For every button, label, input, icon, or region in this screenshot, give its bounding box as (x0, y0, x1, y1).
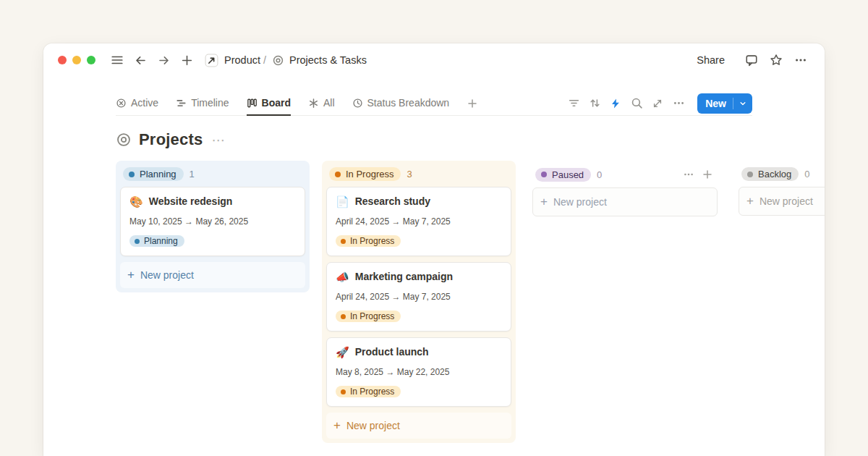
titlebar: Product / Projects & Tasks Share (43, 43, 825, 77)
status-label: Backlog (758, 169, 791, 180)
column-count: 0 (597, 169, 602, 180)
active-icon (116, 98, 127, 109)
column-add-icon[interactable] (700, 167, 715, 182)
column-count: 0 (804, 169, 809, 180)
column-count: 1 (190, 169, 195, 180)
comments-icon[interactable] (742, 51, 761, 69)
page-target-icon (116, 132, 132, 148)
app-window: Product / Projects & Tasks Share Active (43, 43, 825, 456)
back-icon[interactable] (132, 51, 149, 69)
add-view-icon[interactable] (467, 91, 478, 115)
board-column-in-progress: In Progress 3 📄 Research study April 24,… (322, 161, 516, 443)
more-options-icon[interactable] (791, 51, 810, 69)
new-project-button[interactable]: + New project (120, 262, 305, 288)
status-pill-backlog[interactable]: Backlog (741, 167, 799, 181)
status-dot (341, 239, 346, 244)
tab-status-breakdown[interactable]: Status Breakdown (352, 91, 450, 116)
tab-all[interactable]: All (308, 91, 335, 116)
view-more-icon[interactable] (669, 94, 688, 113)
board-icon (247, 98, 258, 109)
card-status-pill: In Progress (336, 311, 401, 322)
card-emoji: 📣 (336, 271, 349, 282)
board-column-planning: Planning 1 🎨 Website redesign May 10, 20… (116, 161, 310, 292)
automation-bolt-icon[interactable] (606, 94, 625, 113)
project-card[interactable]: 🎨 Website redesign May 10, 2025 → May 26… (120, 187, 305, 256)
card-status-pill: Planning (129, 235, 184, 247)
project-card[interactable]: 📣 Marketing campaign April 24, 2025 → Ma… (326, 262, 511, 332)
plus-icon: + (127, 269, 135, 281)
tab-label: Active (131, 97, 158, 109)
project-card[interactable]: 🚀 Product launch May 8, 2025 → May 22, 2… (326, 337, 511, 407)
close-window-button[interactable] (58, 56, 67, 64)
asterisk-icon (308, 98, 319, 109)
plus-icon: + (746, 195, 754, 207)
column-header: Backlog 0 (739, 164, 825, 187)
window-controls (58, 56, 95, 64)
column-header: Planning 1 (120, 164, 305, 187)
status-pill-paused[interactable]: Paused (535, 168, 591, 182)
column-count: 3 (407, 169, 412, 180)
board-column-paused: Paused 0 + New project (528, 161, 722, 221)
new-project-button[interactable]: + New project (532, 187, 718, 216)
share-button[interactable]: Share (697, 54, 725, 66)
card-dates: May 10, 2025 → May 26, 2025 (129, 216, 296, 227)
tab-timeline[interactable]: Timeline (176, 91, 229, 116)
column-header: In Progress 3 (326, 164, 511, 187)
card-title: Research study (355, 195, 430, 207)
status-dot (335, 172, 341, 177)
page-title[interactable]: Projects (139, 130, 203, 149)
card-emoji: 🚀 (336, 347, 349, 358)
chevron-down-icon[interactable] (733, 99, 752, 108)
status-label: Paused (552, 169, 584, 180)
card-dates: April 24, 2025 → May 7, 2025 (336, 216, 502, 227)
tab-label: Timeline (191, 97, 229, 109)
tab-board[interactable]: Board (247, 91, 291, 116)
target-icon (269, 51, 286, 69)
status-dot (135, 239, 140, 244)
card-title: Product launch (355, 346, 429, 358)
page-title-row: Projects ⋯ (116, 130, 825, 149)
status-dot (341, 389, 346, 394)
view-tabbar: Active Timeline Board All (116, 91, 752, 116)
column-more-icon[interactable] (681, 167, 696, 182)
status-dot (129, 172, 135, 177)
filter-icon[interactable] (564, 94, 583, 113)
status-dot (341, 314, 346, 319)
forward-icon[interactable] (155, 51, 172, 69)
expand-icon[interactable] (648, 94, 667, 113)
new-project-button[interactable]: + New project (326, 413, 511, 439)
zoom-window-button[interactable] (87, 56, 95, 64)
project-card[interactable]: 📄 Research study April 24, 2025 → May 7,… (326, 187, 511, 256)
sidebar-toggle-icon[interactable] (109, 51, 126, 69)
breadcrumb-separator: / (263, 54, 266, 66)
card-status-pill: In Progress (336, 386, 401, 397)
new-button-label: New (697, 98, 733, 109)
status-pill-in-progress[interactable]: In Progress (329, 167, 401, 181)
status-pill-planning[interactable]: Planning (123, 167, 184, 181)
search-icon[interactable] (627, 94, 646, 113)
breadcrumb-page[interactable]: Projects & Tasks (289, 54, 367, 66)
card-title: Website redesign (149, 195, 233, 207)
page-title-more-icon[interactable]: ⋯ (211, 132, 226, 148)
card-title: Marketing campaign (355, 271, 453, 282)
kanban-board: Planning 1 🎨 Website redesign May 10, 20… (116, 161, 825, 443)
column-header: Paused 0 (532, 164, 718, 187)
clock-icon (352, 98, 363, 109)
column-tools (681, 167, 715, 182)
status-label: In Progress (346, 169, 393, 180)
sort-icon[interactable] (585, 94, 604, 113)
new-button[interactable]: New (697, 93, 752, 114)
tab-active[interactable]: Active (116, 91, 158, 116)
plus-icon: + (540, 195, 548, 208)
breadcrumb-workspace[interactable]: Product (224, 54, 260, 66)
card-status-pill: In Progress (336, 235, 401, 247)
minimize-window-button[interactable] (72, 56, 81, 64)
tab-label: Status Breakdown (367, 97, 450, 109)
plus-icon: + (333, 419, 341, 431)
card-emoji: 📄 (336, 196, 349, 207)
notion-logo (204, 53, 218, 67)
new-project-button[interactable]: + New project (739, 187, 825, 216)
new-page-icon[interactable] (178, 51, 195, 69)
favorite-star-icon[interactable] (767, 51, 786, 69)
timeline-icon (176, 98, 187, 109)
